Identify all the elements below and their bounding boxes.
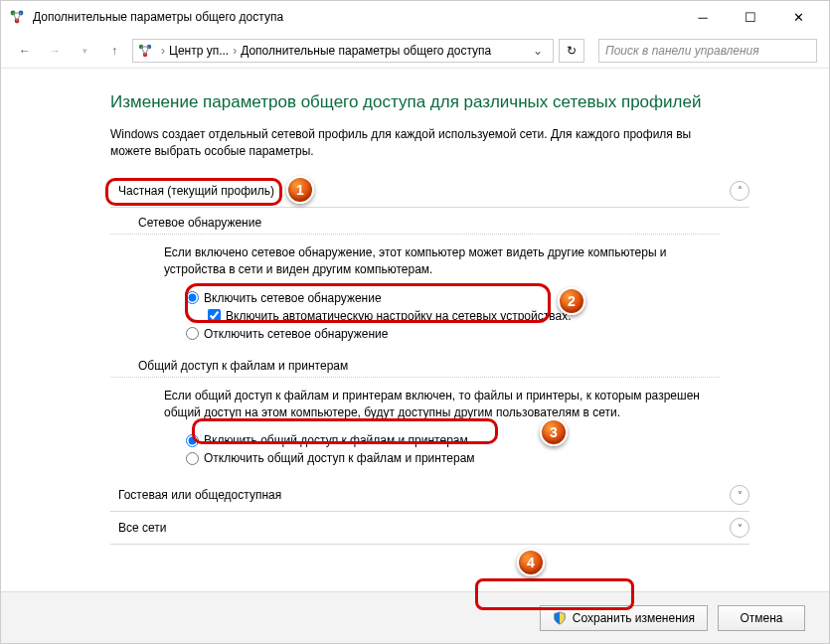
close-button[interactable]: ✕ [775,2,821,32]
network-icon [9,9,25,25]
forward-button[interactable]: → [43,39,67,63]
annotation-callout: 1 [286,176,314,204]
navbar: ← → ▾ ↑ › Центр уп... › Дополнительные п… [1,33,829,69]
chevron-right-icon: › [229,44,241,58]
radio-label: Отключить общий доступ к файлам и принте… [204,451,475,465]
recent-dropdown[interactable]: ▾ [73,39,96,63]
up-button[interactable]: ↑ [102,39,126,63]
maximize-button[interactable]: ☐ [728,2,773,32]
checkbox-input[interactable] [208,309,221,322]
profile-private-header[interactable]: Частная (текущий профиль) ˄ [110,175,749,208]
network-discovery-desc: Если включено сетевое обнаружение, этот … [110,242,749,289]
refresh-button[interactable]: ↻ [559,39,584,63]
shield-icon [553,611,567,625]
content: Изменение параметров общего доступа для … [1,69,829,591]
annotation-callout: 4 [517,549,545,576]
file-sharing-options: Включить общий доступ к файлам и принтер… [110,431,749,467]
chevron-down-icon[interactable]: ˅ [730,518,749,538]
profile-all-title: Все сети [110,521,730,535]
radio-sharing-off[interactable]: Отключить общий доступ к файлам и принте… [186,449,749,467]
radio-label: Включить сетевое обнаружение [204,291,382,305]
minimize-button[interactable]: ─ [680,2,726,32]
footer: Сохранить изменения Отмена [1,591,829,643]
chevron-up-icon[interactable]: ˄ [730,181,749,201]
chevron-right-icon: › [157,44,169,58]
window-title: Дополнительные параметры общего доступа [33,10,680,24]
network-discovery-heading: Сетевое обнаружение [110,208,720,235]
save-label: Сохранить изменения [573,611,695,625]
annotation-callout: 3 [540,418,568,446]
annotation-callout: 2 [558,287,585,315]
radio-input[interactable] [186,327,199,340]
window-buttons: ─ ☐ ✕ [680,2,821,32]
breadcrumb-dropdown[interactable]: ⌄ [527,44,549,58]
profile-guest-title: Гостевая или общедоступная [110,488,730,502]
network-discovery-options: Включить сетевое обнаружение Включить ав… [110,289,749,343]
cancel-button[interactable]: Отмена [718,605,805,631]
search-input[interactable]: Поиск в панели управления [598,39,817,63]
radio-input[interactable] [186,291,199,304]
chevron-down-icon[interactable]: ˅ [730,485,749,505]
profile-all-header[interactable]: Все сети ˅ [110,512,749,545]
window: Дополнительные параметры общего доступа … [0,0,830,644]
radio-sharing-on[interactable]: Включить общий доступ к файлам и принтер… [186,431,749,449]
profile-guest-header[interactable]: Гостевая или общедоступная ˅ [110,479,749,512]
breadcrumb-item[interactable]: Центр уп... [169,44,229,58]
page-heading: Изменение параметров общего доступа для … [110,92,749,112]
back-button[interactable]: ← [13,39,37,63]
page-lead: Windows создает отдельный сетевой профил… [110,126,727,161]
breadcrumb-icon [137,43,153,59]
checkbox-label: Включить автоматическую настройку на сет… [226,309,572,323]
radio-input[interactable] [186,434,199,447]
radio-discovery-off[interactable]: Отключить сетевое обнаружение [186,325,749,343]
file-sharing-heading: Общий доступ к файлам и принтерам [110,351,720,378]
radio-label: Включить общий доступ к файлам и принтер… [204,433,468,447]
breadcrumb-item[interactable]: Дополнительные параметры общего доступа [241,44,491,58]
cancel-label: Отмена [740,611,782,625]
file-sharing-desc: Если общий доступ к файлам и принтерам в… [110,386,749,432]
titlebar: Дополнительные параметры общего доступа … [1,1,829,33]
checkbox-auto-setup[interactable]: Включить автоматическую настройку на сет… [186,307,749,325]
radio-discovery-on[interactable]: Включить сетевое обнаружение [186,289,749,307]
breadcrumb[interactable]: › Центр уп... › Дополнительные параметры… [132,39,554,63]
radio-input[interactable] [186,452,199,465]
save-button[interactable]: Сохранить изменения [540,605,708,631]
profile-private-title: Частная (текущий профиль) [110,184,730,198]
radio-label: Отключить сетевое обнаружение [204,327,388,341]
